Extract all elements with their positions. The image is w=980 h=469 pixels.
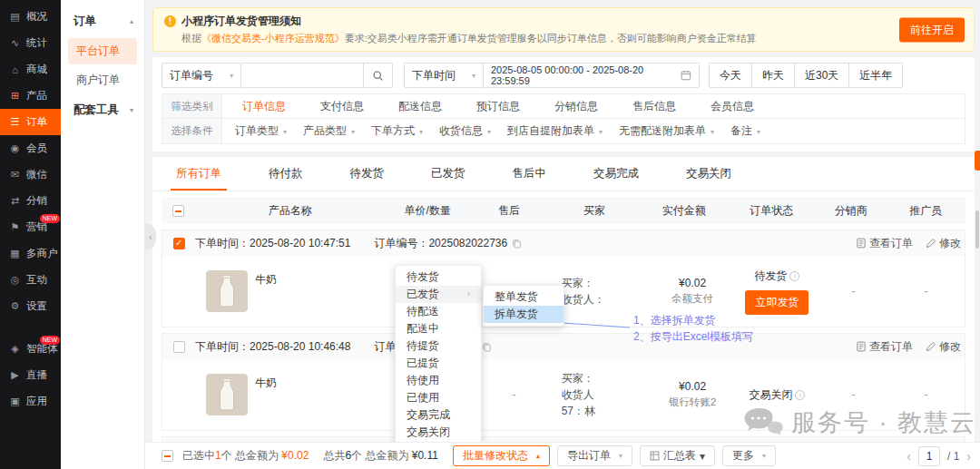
sidebar-item-multimerchant[interactable]: ▦多商户: [0, 240, 61, 267]
condition-dropdown[interactable]: 产品类型▾: [303, 123, 355, 139]
tab-pending-payment[interactable]: 待付款: [245, 157, 327, 191]
status-menu-item[interactable]: 待使用: [396, 372, 481, 389]
filter-condition-label: 选择条件: [162, 119, 222, 143]
condition-dropdown[interactable]: 收货信息▾: [439, 123, 491, 139]
today-button[interactable]: 今天: [709, 63, 752, 88]
submenu-item-merchant-orders[interactable]: 商户订单: [68, 67, 137, 93]
status-menu-item[interactable]: 已使用: [396, 389, 481, 406]
next-page-icon[interactable]: ›: [966, 450, 971, 463]
vertical-scrollbar[interactable]: [975, 210, 979, 249]
submenu-group-title: 订单: [74, 14, 96, 29]
floating-tool-sliver[interactable]: [975, 151, 980, 171]
filter-category-item[interactable]: 订单信息: [242, 99, 286, 114]
status-cell: 交易关闭i: [735, 387, 819, 403]
view-order-link[interactable]: 查看订单: [856, 236, 913, 251]
status-menu-item[interactable]: 已提货: [396, 355, 481, 372]
info-icon[interactable]: i: [789, 271, 799, 281]
sidebar-item-orders[interactable]: ☰订单: [0, 109, 61, 135]
tutorial-annotations: 1、选择拆单发货 2、按导出Excel模板填写: [633, 312, 753, 345]
export-orders-button[interactable]: 导出订单▾: [557, 445, 632, 466]
filter-category-item[interactable]: 配送信息: [398, 99, 442, 114]
sidebar-item-wechat[interactable]: ✉微信: [0, 161, 61, 188]
sidebar-item-settings[interactable]: ⚙设置: [0, 293, 61, 319]
filter-category-item[interactable]: 预订信息: [476, 99, 520, 114]
main-content: ! 小程序订单发货管理须知 根据《微信交易类-小程序运营规范》要求:交易类小程序…: [145, 0, 980, 469]
select-all-checkbox[interactable]: [172, 205, 184, 217]
status-menu-label: 配送中: [407, 320, 439, 337]
tab-completed[interactable]: 交易完成: [570, 157, 662, 191]
condition-dropdown[interactable]: 到店自提附加表单▾: [507, 123, 603, 139]
sidebar-item-mall[interactable]: ⌂商城: [0, 56, 61, 83]
order-status: 待发货: [754, 269, 787, 282]
sidebar-item-agent[interactable]: ◈智能体NEW: [0, 336, 61, 362]
yesterday-button[interactable]: 昨天: [751, 63, 795, 88]
filter-category-item[interactable]: 支付信息: [320, 99, 364, 114]
condition-dropdown[interactable]: 无需配送附加表单▾: [619, 123, 714, 139]
order-checkbox[interactable]: [173, 238, 185, 249]
filter-category-item[interactable]: 会员信息: [710, 99, 754, 114]
prev-page-icon[interactable]: ‹: [906, 450, 911, 463]
tab-aftersale[interactable]: 售后中: [489, 157, 571, 191]
product-name: 牛奶: [255, 376, 277, 391]
condition-dropdown[interactable]: 备注▾: [730, 123, 760, 139]
chevron-down-icon: ▾: [130, 106, 133, 114]
view-order-link[interactable]: 查看订单: [856, 339, 913, 355]
sidebar-item-marketing[interactable]: ⚑营销NEW: [0, 214, 61, 240]
spec-link[interactable]: 《微信交易类-小程序运营规范》: [201, 33, 345, 44]
column-header: 分销商: [816, 203, 887, 219]
split-order-ship-item[interactable]: 拆单发货: [484, 306, 564, 323]
filter-category-item[interactable]: 分销信息: [554, 99, 598, 114]
sidebar-item-product[interactable]: ⊞产品: [0, 83, 61, 109]
summary-table-button[interactable]: 汇总表▾: [640, 445, 715, 466]
status-menu-item[interactable]: 待提货: [396, 337, 481, 355]
sidebar-item-overview[interactable]: ▤概况: [0, 4, 61, 30]
status-menu-label: 已提货: [407, 355, 439, 372]
submenu-group-orders[interactable]: 订单▴: [61, 7, 144, 35]
current-page[interactable]: 1: [918, 446, 940, 466]
filter-category-item[interactable]: 售后信息: [632, 99, 676, 114]
enable-shipping-button[interactable]: 前往开启: [899, 17, 965, 42]
condition-dropdown[interactable]: 下单方式▾: [371, 123, 423, 139]
pencil-icon: [926, 341, 936, 352]
tab-all-orders[interactable]: 所有订单: [152, 157, 245, 191]
info-icon[interactable]: i: [795, 390, 805, 400]
sidebar-item-members[interactable]: ◉会员: [0, 135, 61, 161]
sidebar-item-distribution[interactable]: ⇄分销: [0, 188, 61, 214]
condition-dropdown[interactable]: 订单类型▾: [235, 123, 287, 139]
whole-order-ship-item[interactable]: 整单发货: [484, 288, 564, 306]
search-field-select[interactable]: 订单编号▾: [162, 63, 241, 88]
footer-select-all-checkbox[interactable]: [162, 450, 173, 462]
sidebar-item-stats[interactable]: ∿统计: [0, 30, 61, 56]
status-menu-label: 已使用: [407, 389, 439, 406]
ship-now-button[interactable]: 立即发货: [745, 290, 808, 315]
status-menu-item[interactable]: 交易完成: [396, 406, 481, 424]
copy-icon[interactable]: [482, 342, 492, 352]
status-menu-item[interactable]: 待发货: [396, 269, 481, 286]
edit-order-link[interactable]: 修改: [926, 236, 961, 251]
tab-pending-shipment[interactable]: 待发货: [327, 157, 408, 191]
search-input[interactable]: [241, 63, 364, 88]
status-menu-item[interactable]: 配送中: [396, 320, 481, 337]
date-range-picker[interactable]: 2025-08-05 00:00:00 - 2025-08-20 23:59:5…: [484, 63, 700, 88]
status-menu-item[interactable]: 交易关闭: [396, 424, 481, 441]
tab-shipped[interactable]: 已发货: [407, 157, 489, 191]
time-field-select[interactable]: 下单时间▾: [404, 63, 484, 88]
buyer-line: 57：林: [562, 403, 651, 419]
more-button[interactable]: 更多▾: [722, 445, 776, 466]
sidebar-item-live[interactable]: ▶直播: [0, 362, 61, 388]
last-half-year-button[interactable]: 近半年: [848, 63, 903, 88]
status-menu-item[interactable]: 已发货›: [396, 286, 481, 303]
edit-order-link[interactable]: 修改: [926, 339, 961, 355]
sidebar-item-label: 会员: [26, 142, 47, 155]
submenu-group-tools[interactable]: 配套工具▾: [61, 96, 144, 124]
status-menu-item[interactable]: 待配送: [396, 303, 481, 320]
copy-icon[interactable]: [512, 239, 522, 249]
order-checkbox[interactable]: [173, 341, 185, 353]
submenu-item-platform-orders[interactable]: 平台订单: [68, 38, 137, 64]
sidebar-item-interaction[interactable]: ◎互动: [0, 267, 61, 293]
batch-change-status-button[interactable]: 批量修改状态▴: [453, 445, 550, 466]
sidebar-item-apps[interactable]: ▣应用: [0, 388, 61, 415]
search-button[interactable]: [364, 63, 393, 88]
last-30-days-button[interactable]: 近30天: [794, 63, 849, 88]
tab-closed[interactable]: 交易关闭: [662, 157, 755, 191]
